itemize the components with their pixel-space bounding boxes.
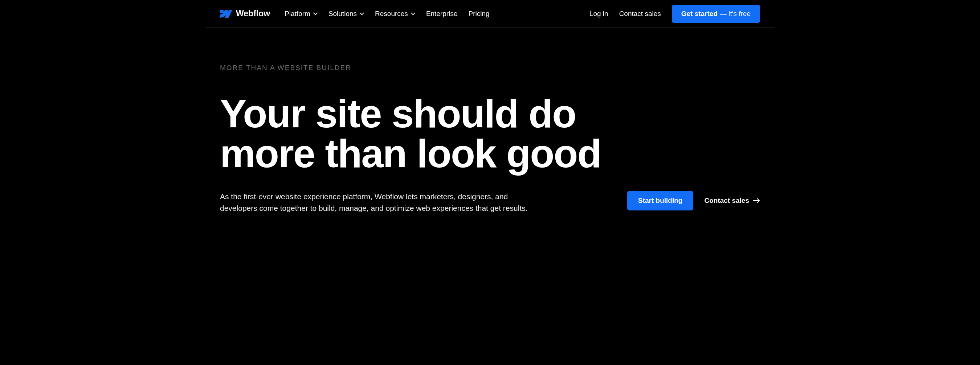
chevron-down-icon [313, 12, 318, 15]
top-nav: Webflow Platform Solutions [205, 0, 775, 28]
chevron-down-icon [411, 12, 415, 15]
nav-item-enterprise[interactable]: Enterprise [426, 10, 458, 18]
nav-item-platform[interactable]: Platform [285, 10, 318, 18]
brand-name: Webflow [236, 9, 270, 19]
hero-section: MORE THAN A WEBSITE BUILDER Your site sh… [205, 28, 775, 214]
contact-sales-link[interactable]: Contact sales [619, 10, 661, 18]
nav-links: Platform Solutions Resources [285, 10, 489, 18]
hero-headline: Your site should do more than look good [220, 94, 619, 173]
cta-primary-text: Get started [681, 10, 718, 18]
nav-label: Solutions [328, 10, 357, 18]
hero-actions: Start building Contact sales [627, 191, 760, 210]
webflow-logo-icon [220, 10, 232, 18]
nav-label: Resources [375, 10, 408, 18]
brand-logo[interactable]: Webflow [220, 9, 270, 19]
hero-subhead: As the first-ever website experience pla… [220, 191, 536, 214]
hero-eyebrow: MORE THAN A WEBSITE BUILDER [220, 64, 760, 72]
start-building-button[interactable]: Start building [627, 191, 693, 210]
nav-label: Enterprise [426, 10, 458, 18]
nav-item-solutions[interactable]: Solutions [328, 10, 364, 18]
cta-secondary-text: — it's free [720, 10, 751, 18]
chevron-down-icon [360, 12, 364, 15]
nav-item-pricing[interactable]: Pricing [468, 10, 489, 18]
hero-bottom-row: As the first-ever website experience pla… [220, 191, 760, 214]
login-link[interactable]: Log in [589, 10, 608, 18]
get-started-button[interactable]: Get started — it's free [672, 5, 760, 23]
nav-item-resources[interactable]: Resources [375, 10, 415, 18]
contact-sales-label: Contact sales [704, 197, 749, 205]
nav-right: Log in Contact sales Get started — it's … [589, 5, 760, 23]
contact-sales-hero-link[interactable]: Contact sales [704, 197, 760, 205]
nav-label: Platform [285, 10, 310, 18]
arrow-right-icon [753, 198, 760, 203]
nav-label: Pricing [468, 10, 489, 18]
nav-left: Webflow Platform Solutions [220, 9, 490, 19]
